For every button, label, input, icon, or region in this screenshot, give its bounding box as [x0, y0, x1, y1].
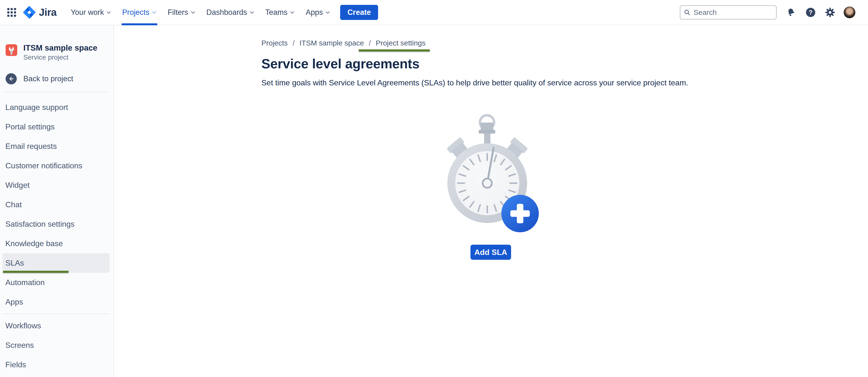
project-type: Service project	[23, 54, 68, 61]
sidebar-item-fields[interactable]: Fields	[2, 355, 110, 374]
create-button[interactable]: Create	[340, 5, 378, 20]
question-mark-icon: ?	[805, 7, 816, 18]
sidebar-item-automation[interactable]: Automation	[2, 273, 110, 292]
grid-icon	[6, 7, 17, 18]
jira-wordmark: Jira	[39, 6, 57, 18]
sidebar-item-email-requests[interactable]: Email requests	[2, 137, 110, 156]
breadcrumb: Projects / ITSM sample space / Project s…	[261, 39, 426, 47]
jira-app: Jira Your work Projects Filters Dashboar…	[0, 0, 868, 377]
sidebar-item-slas[interactable]: SLAs	[2, 253, 110, 273]
breadcrumb-separator: /	[369, 39, 371, 47]
bell-icon	[786, 7, 796, 18]
chevron-down-icon	[152, 10, 157, 15]
project-avatar-wrench-icon	[6, 44, 17, 56]
back-arrow-icon	[6, 73, 17, 84]
sidebar-item-knowledge-base[interactable]: Knowledge base	[2, 234, 110, 253]
sidebar-divider	[2, 314, 110, 314]
search-icon	[684, 8, 690, 16]
chevron-down-icon	[190, 10, 196, 15]
nav-item-dashboards[interactable]: Dashboards	[201, 0, 260, 25]
add-sla-button[interactable]: Add SLA	[470, 245, 511, 260]
stopwatch-illustration	[442, 112, 539, 235]
page-title: Service level agreements	[261, 56, 420, 71]
breadcrumb-projects[interactable]: Projects	[261, 39, 288, 47]
nav-item-teams[interactable]: Teams	[260, 0, 300, 25]
nav-item-filters[interactable]: Filters	[162, 0, 201, 25]
help-button[interactable]: ?	[805, 6, 816, 18]
chevron-down-icon	[249, 10, 254, 15]
main-content: Projects / ITSM sample space / Project s…	[114, 25, 868, 377]
sidebar-item-chat[interactable]: Chat	[2, 195, 110, 214]
app-switcher-icon[interactable]	[6, 6, 18, 18]
active-page-underline	[359, 49, 430, 52]
sidebar-item-widget[interactable]: Widget	[2, 175, 110, 195]
chevron-down-icon	[289, 10, 295, 15]
breadcrumb-current-page: Project settings	[376, 39, 426, 47]
sidebar-divider	[3, 92, 110, 92]
chevron-down-icon	[325, 10, 331, 15]
nav-item-your-work[interactable]: Your work	[65, 0, 117, 25]
primary-nav: Your work Projects Filters Dashboards Te…	[65, 0, 336, 25]
svg-text:?: ?	[809, 9, 812, 16]
back-to-project-button[interactable]: Back to project	[0, 73, 114, 85]
project-settings-sidebar: ITSM sample space Service project Back t…	[0, 25, 114, 377]
sidebar-item-apps[interactable]: Apps	[2, 292, 110, 312]
breadcrumb-separator: /	[292, 39, 294, 47]
sidebar-menu: Language support Portal settings Email r…	[0, 97, 114, 374]
add-badge-icon	[501, 195, 539, 232]
sidebar-item-screens[interactable]: Screens	[2, 336, 110, 355]
top-navigation-bar: Jira Your work Projects Filters Dashboar…	[0, 0, 868, 25]
notifications-button[interactable]	[785, 6, 797, 18]
search-input[interactable]	[693, 8, 773, 17]
sidebar-item-satisfaction-settings[interactable]: Satisfaction settings	[2, 214, 110, 234]
breadcrumb-project-name[interactable]: ITSM sample space	[300, 39, 364, 47]
sidebar-item-portal-settings[interactable]: Portal settings	[2, 117, 110, 137]
settings-button[interactable]	[824, 6, 836, 18]
nav-item-projects[interactable]: Projects	[117, 0, 162, 25]
jira-logo-icon	[23, 6, 36, 19]
sidebar-item-customer-notifications[interactable]: Customer notifications	[2, 156, 110, 175]
project-name: ITSM sample space	[23, 43, 97, 53]
nav-icon-group: ?	[785, 6, 855, 18]
gear-icon	[825, 7, 835, 18]
user-avatar[interactable]	[844, 6, 855, 18]
sidebar-item-workflows[interactable]: Workflows	[2, 316, 110, 336]
chevron-down-icon	[106, 10, 111, 15]
nav-item-apps[interactable]: Apps	[300, 0, 336, 25]
sidebar-item-language-support[interactable]: Language support	[2, 97, 110, 117]
page-description: Set time goals with Service Level Agreem…	[261, 78, 688, 87]
search-box[interactable]	[680, 5, 777, 20]
jira-logo[interactable]: Jira	[23, 6, 57, 19]
